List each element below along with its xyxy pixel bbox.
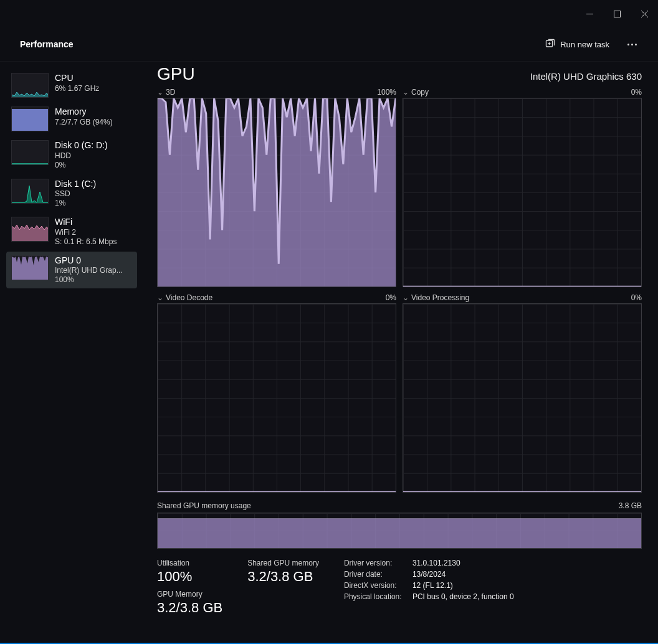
sidebar-item-label: GPU 0: [55, 255, 123, 267]
gpu0-thumb: [11, 255, 49, 280]
sidebar-item-wifi[interactable]: WiFi WiFi 2 S: 0.1 R: 6.5 Mbps: [6, 213, 137, 250]
shared-gpu-memory-chart: Shared GPU memory usage 3.8 GB: [157, 501, 642, 549]
chart-label[interactable]: 3D: [166, 88, 175, 97]
disk1-thumb: [11, 179, 49, 204]
page-title: Performance: [20, 39, 74, 49]
sidebar-item-label: Memory: [55, 107, 113, 118]
minimize-button[interactable]: [576, 0, 603, 27]
utilisation-label: Utilisation: [157, 559, 222, 567]
chevron-down-icon[interactable]: ⌄: [157, 88, 163, 97]
sidebar-item-disk1[interactable]: Disk 1 (C:) SSD 1%: [6, 175, 137, 212]
chart-copy-body: [403, 98, 642, 287]
chart-video-processing-body: [403, 303, 642, 493]
shared-mem-label: Shared GPU memory usage: [157, 501, 251, 510]
sidebar-item-sub2: 1%: [55, 199, 96, 208]
sidebar-item-sub: Intel(R) UHD Grap...: [55, 266, 123, 275]
driver-date-value: 13/8/2024: [412, 570, 514, 579]
sidebar: CPU 6% 1.67 GHz Memory 7.2/7.7 GB (94%): [0, 62, 143, 644]
physical-location-value: PCI bus 0, device 2, function 0: [412, 592, 514, 601]
stats-row: Utilisation 100% GPU Memory 3.2/3.8 GB S…: [157, 559, 642, 621]
sidebar-item-label: CPU: [55, 73, 99, 84]
sidebar-item-sub2: S: 0.1 R: 6.5 Mbps: [55, 237, 117, 247]
chart-3d-body: [157, 98, 396, 287]
chart-max: 100%: [377, 88, 396, 97]
chart-copy: ⌄ Copy 0%: [403, 88, 642, 287]
chart-max: 0%: [631, 293, 642, 302]
driver-date-key: Driver date:: [344, 570, 412, 579]
run-new-task-label: Run new task: [560, 40, 609, 49]
main-title: GPU: [157, 64, 195, 84]
sidebar-item-sub2: 100%: [55, 275, 123, 285]
directx-key: DirectX version:: [344, 581, 412, 590]
shared-gpu-mem-label: Shared GPU memory: [247, 559, 319, 567]
gpu-memory-label: GPU Memory: [157, 590, 222, 599]
chart-3d: ⌄ 3D 100%: [157, 88, 396, 287]
main-panel: GPU Intel(R) UHD Graphics 630 ⌄ 3D 100%: [143, 62, 658, 644]
sidebar-item-sub2: 0%: [55, 161, 108, 170]
sidebar-item-cpu[interactable]: CPU 6% 1.67 GHz: [6, 69, 137, 102]
driver-version-key: Driver version:: [344, 559, 412, 567]
chevron-down-icon[interactable]: ⌄: [403, 293, 409, 302]
gpu-memory-value: 3.2/3.8 GB: [157, 600, 222, 616]
wifi-thumb: [11, 217, 49, 242]
chart-label[interactable]: Video Decode: [166, 293, 212, 302]
chart-max: 0%: [631, 88, 642, 97]
memory-thumb: [11, 107, 49, 131]
sidebar-item-sub: 7.2/7.7 GB (94%): [55, 118, 113, 127]
chevron-down-icon[interactable]: ⌄: [403, 88, 409, 97]
sidebar-item-sub: 6% 1.67 GHz: [55, 84, 99, 93]
header: Performance Run new task: [0, 27, 658, 62]
chart-label[interactable]: Video Processing: [411, 293, 469, 302]
sidebar-item-label: Disk 0 (G: D:): [55, 140, 108, 151]
physical-location-key: Physical location:: [344, 592, 412, 601]
chart-label[interactable]: Copy: [411, 88, 429, 97]
shared-gpu-mem-value: 3.2/3.8 GB: [247, 569, 319, 585]
chart-video-decode-body: [157, 303, 396, 493]
sidebar-item-memory[interactable]: Memory 7.2/7.7 GB (94%): [6, 103, 137, 135]
sidebar-item-disk0[interactable]: Disk 0 (G: D:) HDD 0%: [6, 136, 137, 174]
sidebar-item-sub: WiFi 2: [55, 228, 117, 237]
directx-value: 12 (FL 12.1): [412, 581, 514, 590]
sidebar-item-label: Disk 1 (C:): [55, 179, 96, 190]
sidebar-item-label: WiFi: [55, 217, 117, 228]
sidebar-item-sub: SSD: [55, 189, 96, 199]
sidebar-item-sub: HDD: [55, 151, 108, 161]
sidebar-item-gpu0[interactable]: GPU 0 Intel(R) UHD Grap... 100%: [6, 252, 137, 289]
chevron-down-icon[interactable]: ⌄: [157, 293, 163, 302]
more-options-button[interactable]: [621, 33, 643, 55]
close-button[interactable]: [631, 0, 658, 27]
svg-rect-1: [614, 11, 620, 17]
window-titlebar: [0, 0, 658, 27]
disk0-thumb: [11, 140, 49, 165]
svg-rect-5: [12, 109, 48, 131]
run-new-task-button[interactable]: Run new task: [539, 35, 616, 54]
chart-video-decode: ⌄ Video Decode 0%: [157, 293, 396, 493]
run-task-icon: [545, 39, 555, 50]
maximize-button[interactable]: [603, 0, 631, 27]
cpu-thumb: [11, 73, 49, 98]
chart-video-processing: ⌄ Video Processing 0%: [403, 293, 642, 493]
driver-version-value: 31.0.101.2130: [412, 559, 514, 567]
device-name: Intel(R) UHD Graphics 630: [530, 71, 642, 82]
utilisation-value: 100%: [157, 569, 222, 585]
shared-mem-max: 3.8 GB: [619, 501, 642, 510]
chart-max: 0%: [386, 293, 396, 302]
